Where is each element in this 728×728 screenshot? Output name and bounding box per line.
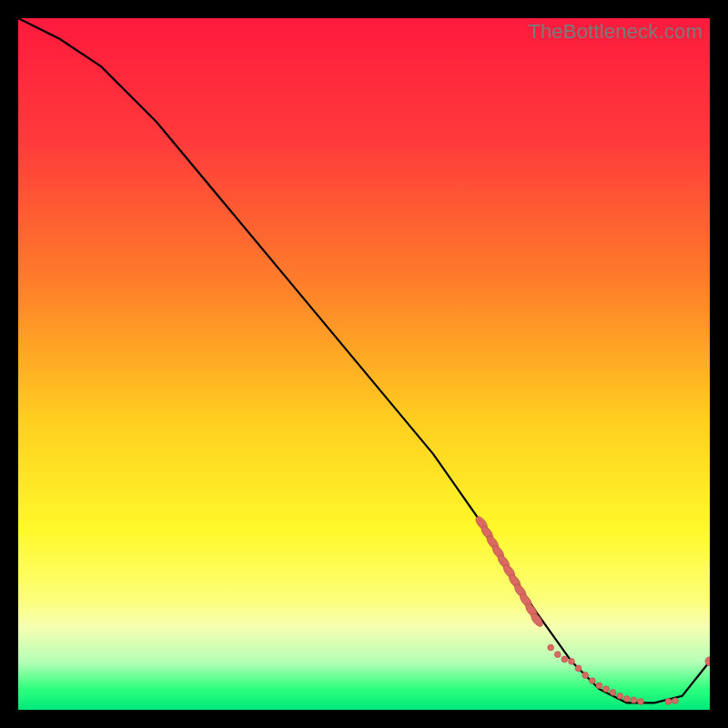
svg-point-25 (665, 698, 672, 704)
svg-point-24 (638, 698, 644, 704)
svg-point-27 (705, 657, 710, 666)
chart-frame: TheBottleneck.com (0, 0, 728, 728)
curve-markers-dense (474, 514, 545, 628)
svg-point-18 (596, 682, 602, 689)
svg-point-15 (575, 665, 581, 672)
plot-area: TheBottleneck.com (18, 18, 710, 710)
svg-point-16 (582, 672, 589, 679)
svg-point-20 (610, 690, 616, 696)
bottleneck-curve-line (18, 18, 710, 703)
svg-point-23 (631, 697, 637, 703)
svg-point-26 (672, 698, 679, 704)
svg-point-19 (603, 686, 610, 693)
svg-point-22 (623, 695, 630, 702)
svg-point-17 (589, 678, 595, 684)
svg-point-14 (569, 658, 575, 664)
svg-point-12 (554, 652, 561, 658)
svg-point-13 (561, 656, 568, 662)
bottleneck-curve-svg (18, 18, 710, 710)
svg-point-21 (617, 693, 623, 699)
curve-markers-bottom (548, 644, 710, 704)
svg-point-11 (548, 644, 554, 651)
watermark-text: TheBottleneck.com (528, 20, 703, 44)
